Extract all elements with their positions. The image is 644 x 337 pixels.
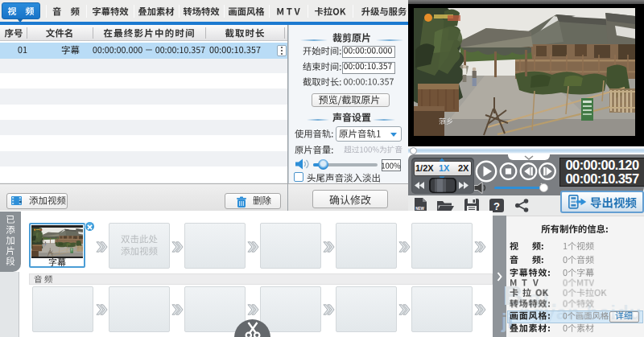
- svg-text:?: ?: [493, 200, 500, 212]
